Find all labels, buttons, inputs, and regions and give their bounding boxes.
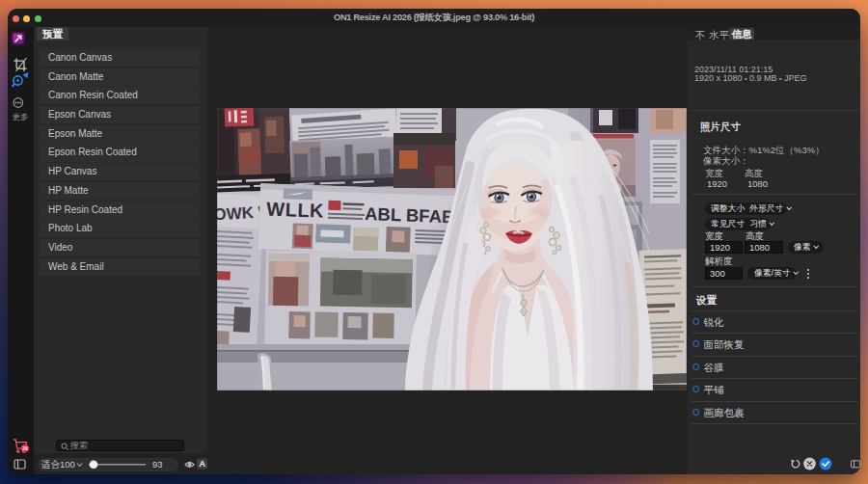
svg-text:更多: 更多 (13, 112, 29, 121)
svg-text:100: 100 (60, 459, 75, 470)
svg-text:20: 20 (22, 445, 28, 451)
svg-text:A: A (200, 459, 206, 469)
svg-text:93: 93 (152, 459, 163, 470)
svg-text:适合: 适合 (41, 459, 61, 470)
